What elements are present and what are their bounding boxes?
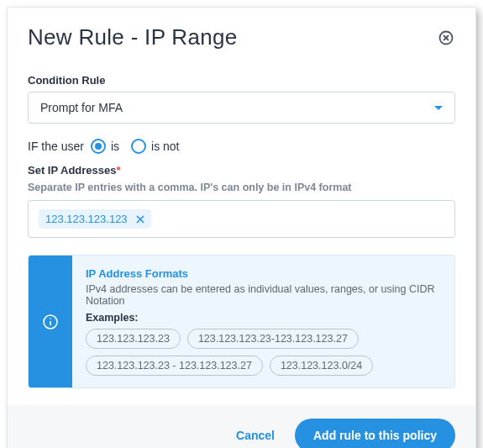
chevron-down-icon bbox=[434, 106, 443, 110]
svg-point-7 bbox=[50, 318, 51, 319]
ip-chip-remove[interactable] bbox=[136, 215, 144, 224]
info-description: IPv4 addresses can be entered as individ… bbox=[86, 283, 441, 307]
info-examples: 123.123.123.23 123.123.123.23-123.123.12… bbox=[86, 329, 441, 376]
close-icon bbox=[438, 30, 454, 45]
close-button[interactable] bbox=[437, 29, 455, 47]
ip-chip-text: 123.123.123.123 bbox=[45, 213, 128, 225]
user-condition-row: IF the user is is not bbox=[28, 139, 455, 154]
info-content: IP Address Formats IPv4 addresses can be… bbox=[72, 256, 454, 387]
ip-addresses-hint: Separate IP entries with a comma. IP's c… bbox=[28, 182, 455, 193]
condition-rule-label: Condition Rule bbox=[28, 74, 455, 87]
condition-rule-select[interactable]: Prompt for MFA bbox=[28, 92, 455, 124]
info-accent bbox=[29, 256, 72, 387]
info-title: IP Address Formats bbox=[86, 267, 441, 280]
info-icon bbox=[42, 314, 59, 330]
radio-is-not[interactable] bbox=[131, 139, 146, 154]
radio-is-not-label: is not bbox=[151, 140, 179, 153]
info-box: IP Address Formats IPv4 addresses can be… bbox=[28, 255, 455, 388]
ip-addresses-input[interactable]: 123.123.123.123 bbox=[28, 200, 455, 238]
close-icon bbox=[136, 215, 144, 224]
new-rule-modal: New Rule - IP Range Condition Rule Promp… bbox=[7, 7, 476, 448]
example-pill: 123.123.123.23-123.123.123.27 bbox=[187, 329, 359, 349]
ip-chip: 123.123.123.123 bbox=[39, 209, 151, 229]
condition-rule-value: Prompt for MFA bbox=[40, 101, 123, 114]
cancel-button[interactable]: Cancel bbox=[236, 429, 275, 442]
ip-addresses-label: Set IP Addresses* bbox=[28, 164, 455, 177]
add-rule-button[interactable]: Add rule to this policy bbox=[295, 419, 455, 448]
modal-title: New Rule - IP Range bbox=[28, 24, 237, 50]
radio-is-label: is bbox=[111, 140, 119, 153]
user-condition-prefix: IF the user bbox=[28, 140, 84, 153]
modal-header: New Rule - IP Range bbox=[8, 8, 475, 57]
ip-addresses-label-text: Set IP Addresses bbox=[28, 164, 117, 177]
example-pill: 123.123.123.0/24 bbox=[270, 356, 373, 376]
modal-body: Condition Rule Prompt for MFA IF the use… bbox=[8, 57, 475, 405]
info-examples-label: Examples: bbox=[86, 312, 441, 324]
example-pill: 123.123.123.23 - 123.123.123.27 bbox=[86, 356, 263, 376]
modal-footer: Cancel Add rule to this policy bbox=[8, 405, 475, 448]
example-pill: 123.123.123.23 bbox=[86, 329, 181, 349]
radio-is[interactable] bbox=[91, 139, 106, 154]
required-asterisk: * bbox=[117, 164, 121, 177]
